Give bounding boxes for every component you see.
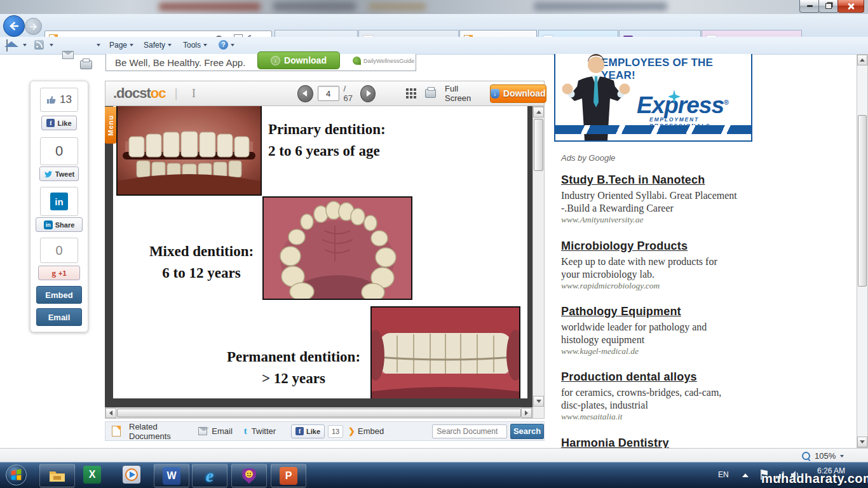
ad-title-link[interactable]: Pathology Equipment	[561, 305, 752, 318]
print-icon[interactable]	[80, 60, 92, 69]
viewer-horizontal-scrollbar[interactable]	[105, 407, 532, 419]
section-subtitle: 2 to 6 years of age	[268, 140, 386, 162]
scrollbar-thumb[interactable]	[858, 115, 867, 287]
scroll-down-button[interactable]	[857, 437, 867, 447]
show-hidden-icons-icon[interactable]	[742, 473, 749, 477]
zoom-control[interactable]: 105%	[802, 451, 844, 461]
embed-button[interactable]: Embed	[36, 286, 82, 304]
scrollbar-thumb[interactable]	[534, 119, 543, 171]
scroll-right-button[interactable]	[521, 408, 532, 418]
twitter-link[interactable]: Twitter	[252, 426, 276, 436]
taskbar-media-player-button[interactable]	[123, 466, 140, 484]
internet-explorer-icon: e	[206, 466, 214, 486]
rss-feed-icon[interactable]	[34, 40, 44, 50]
ad-url[interactable]: www.rapidmicrobiology.com	[561, 281, 752, 291]
scroll-up-button[interactable]	[857, 55, 867, 65]
site-watermark: muhadharaty.com	[761, 471, 868, 486]
viewer-search-button[interactable]: Search	[510, 424, 544, 439]
tools-menu[interactable]: Tools	[183, 41, 207, 50]
window-titlebar	[0, 0, 868, 14]
section-subtitle: 6 to 12 years	[142, 262, 261, 284]
restore-button[interactable]	[818, 0, 839, 13]
close-button[interactable]	[837, 0, 864, 13]
embed-link[interactable]: Embed	[358, 426, 384, 436]
taskbar-yahoo-messenger-button[interactable]	[231, 464, 267, 487]
viewer-download-button[interactable]: ↓ Download	[490, 85, 546, 103]
email-button[interactable]: Email	[36, 308, 82, 326]
wellness-banner-ad[interactable]: Be Well, Be Healthy. Free App. ↓ Downloa…	[105, 54, 416, 71]
language-indicator[interactable]: EN	[718, 470, 729, 479]
taskbar-excel-button[interactable]: X	[83, 466, 101, 484]
desktop-blur	[534, 2, 667, 11]
viewer-menu-tab[interactable]: Menu	[105, 107, 116, 144]
social-share-panel: 13 fLike 0 Tweet in in Share 0 g +1 Embe…	[30, 81, 88, 332]
banner-download-button[interactable]: ↓ Download	[257, 51, 340, 69]
browser-vertical-scrollbar[interactable]	[857, 54, 868, 448]
safety-dropdown-icon	[168, 44, 172, 46]
print-dropdown-icon[interactable]	[97, 44, 100, 46]
bottom-like-button[interactable]: f Like	[291, 424, 325, 438]
previous-page-button[interactable]	[297, 85, 313, 102]
read-mail-icon[interactable]	[62, 51, 74, 59]
ad-title-link[interactable]: Microbiology Products	[561, 240, 752, 253]
home-dropdown-icon[interactable]	[23, 44, 27, 46]
ad-url[interactable]: www.kugel-medical.de	[561, 346, 752, 356]
scroll-down-button[interactable]	[533, 396, 544, 407]
viewer-print-icon[interactable]	[425, 89, 436, 98]
home-menu-button[interactable]	[6, 40, 8, 51]
rss-dropdown-icon[interactable]	[50, 44, 53, 46]
google-g-icon: g	[51, 268, 56, 278]
page-menu[interactable]: Page	[109, 41, 133, 50]
scroll-down-icon	[860, 440, 865, 444]
viewer-vertical-scrollbar[interactable]	[532, 106, 545, 419]
linkedin-share-button[interactable]: in Share	[36, 217, 83, 232]
taskbar-word-button[interactable]: W	[154, 464, 189, 487]
taskbar-explorer-button[interactable]	[39, 464, 75, 487]
facebook-icon: f	[46, 119, 55, 127]
forward-arrow-icon	[29, 22, 38, 31]
windows-start-icon	[5, 464, 27, 486]
linkedin-icon: in	[44, 220, 53, 229]
help-menu[interactable]: ?	[219, 40, 234, 50]
ad-title-link[interactable]: Study B.Tech in Nanotech	[561, 173, 752, 187]
safety-menu[interactable]: Safety	[144, 41, 172, 50]
ad-body: Industry Oriented Syllabi. Great Placeme…	[561, 189, 752, 215]
ad-title-link[interactable]: Production dental alloys	[561, 370, 752, 384]
page-number-input[interactable]	[318, 86, 339, 101]
tweet-button[interactable]: Tweet	[39, 166, 79, 181]
scroll-right-icon	[525, 410, 528, 416]
minimize-button[interactable]	[799, 0, 820, 13]
forward-button[interactable]	[25, 18, 42, 35]
text-cursor-icon: I	[192, 86, 196, 100]
search-document-input[interactable]	[432, 424, 507, 438]
ad-item: Microbiology Products Keep up to date wi…	[561, 240, 752, 291]
grid-view-icon[interactable]	[406, 88, 416, 98]
tree-icon	[353, 57, 361, 65]
docstoc-logo: .docstoc	[113, 85, 165, 102]
next-page-button[interactable]	[360, 85, 376, 102]
taskbar-powerpoint-button[interactable]: P	[271, 464, 306, 487]
scroll-left-icon	[109, 410, 112, 416]
scroll-left-button[interactable]	[105, 408, 116, 418]
full-screen-button[interactable]: Full Screen	[445, 84, 481, 103]
mixed-dentition-photo	[262, 196, 412, 300]
email-link[interactable]: Email	[212, 426, 233, 436]
zoom-dropdown-icon[interactable]	[840, 455, 844, 458]
scroll-up-icon	[860, 58, 865, 62]
explorer-folder-icon	[48, 468, 66, 484]
scroll-up-button[interactable]	[533, 107, 544, 118]
facebook-like-button[interactable]: fLike	[41, 116, 77, 130]
taskbar-ie-button[interactable]: e	[192, 464, 227, 487]
navigation-bar: http://www.docstoc.com/docs/6779703/Toot…	[0, 14, 868, 37]
back-button[interactable]	[3, 15, 25, 37]
desktop-blur	[369, 3, 426, 10]
tweet-count: 0	[40, 137, 78, 165]
start-button[interactable]	[5, 464, 27, 488]
ad-url[interactable]: www.mesaitalia.it	[561, 412, 752, 422]
related-documents-link[interactable]: Related Documents	[129, 422, 187, 441]
google-plusone-button[interactable]: g +1	[38, 266, 80, 280]
plusone-count: 0	[40, 238, 78, 263]
ad-url[interactable]: www.Amityuniversity.ae	[561, 215, 752, 225]
express-banner-ad[interactable]: EMPLOYEES OF THE YEAR! Express® EMPLOYME…	[554, 54, 752, 142]
scrollbar-thumb[interactable]	[117, 409, 521, 417]
